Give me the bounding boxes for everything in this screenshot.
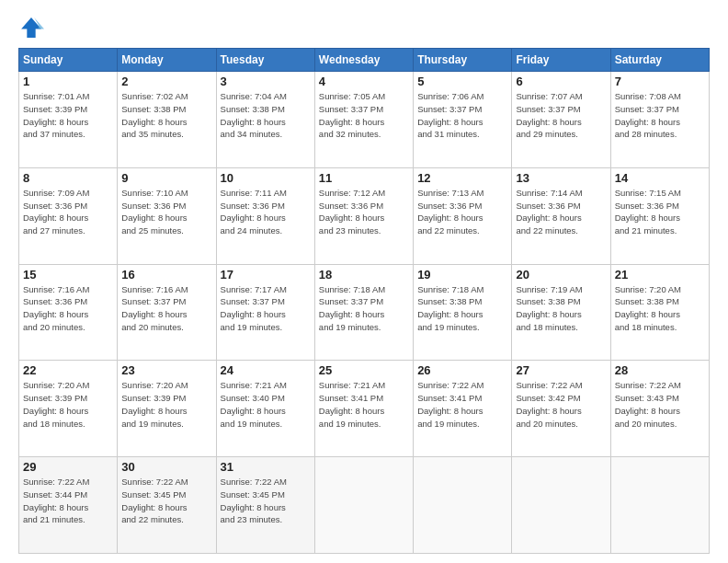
- day-number: 3: [221, 75, 311, 88]
- calendar-cell: 29Sunrise: 7:22 AM Sunset: 3:44 PM Dayli…: [19, 457, 118, 554]
- day-info: Sunrise: 7:22 AM Sunset: 3:44 PM Dayligh…: [23, 476, 113, 526]
- day-info: Sunrise: 7:10 AM Sunset: 3:36 PM Dayligh…: [121, 187, 211, 237]
- day-number: 28: [615, 363, 705, 377]
- weekday-header-thursday: Thursday: [414, 49, 512, 72]
- day-number: 8: [23, 171, 113, 185]
- weekday-header-tuesday: Tuesday: [216, 49, 314, 72]
- day-number: 31: [221, 460, 311, 474]
- day-info: Sunrise: 7:14 AM Sunset: 3:36 PM Dayligh…: [516, 187, 606, 237]
- calendar-cell: 12Sunrise: 7:13 AM Sunset: 3:36 PM Dayli…: [414, 167, 512, 264]
- day-number: 18: [319, 268, 409, 282]
- calendar-cell: 2Sunrise: 7:02 AM Sunset: 3:38 PM Daylig…: [118, 72, 216, 168]
- calendar-cell: 18Sunrise: 7:18 AM Sunset: 3:37 PM Dayli…: [314, 264, 413, 361]
- day-number: 19: [417, 268, 507, 282]
- calendar-cell: [512, 457, 610, 554]
- day-info: Sunrise: 7:02 AM Sunset: 3:38 PM Dayligh…: [121, 90, 211, 141]
- day-info: Sunrise: 7:22 AM Sunset: 3:41 PM Dayligh…: [417, 379, 507, 430]
- day-number: 12: [417, 171, 507, 185]
- day-number: 15: [23, 268, 113, 282]
- day-number: 16: [121, 268, 211, 282]
- day-info: Sunrise: 7:18 AM Sunset: 3:37 PM Dayligh…: [319, 283, 409, 334]
- calendar-cell: 16Sunrise: 7:16 AM Sunset: 3:37 PM Dayli…: [118, 264, 216, 361]
- day-info: Sunrise: 7:21 AM Sunset: 3:41 PM Dayligh…: [319, 379, 409, 430]
- weekday-header-monday: Monday: [118, 49, 216, 72]
- calendar-cell: 13Sunrise: 7:14 AM Sunset: 3:36 PM Dayli…: [512, 167, 610, 264]
- day-info: Sunrise: 7:20 AM Sunset: 3:38 PM Dayligh…: [615, 283, 705, 334]
- week-row-2: 8Sunrise: 7:09 AM Sunset: 3:36 PM Daylig…: [19, 167, 710, 264]
- day-info: Sunrise: 7:08 AM Sunset: 3:37 PM Dayligh…: [615, 90, 705, 141]
- calendar-cell: 20Sunrise: 7:19 AM Sunset: 3:38 PM Dayli…: [512, 264, 610, 361]
- day-number: 30: [121, 460, 211, 474]
- day-number: 11: [319, 171, 409, 185]
- day-info: Sunrise: 7:19 AM Sunset: 3:38 PM Dayligh…: [516, 283, 606, 334]
- day-number: 17: [221, 268, 311, 282]
- day-info: Sunrise: 7:22 AM Sunset: 3:45 PM Dayligh…: [121, 476, 211, 526]
- calendar-cell: [414, 457, 512, 554]
- calendar-cell: 26Sunrise: 7:22 AM Sunset: 3:41 PM Dayli…: [414, 361, 512, 457]
- calendar-cell: 14Sunrise: 7:15 AM Sunset: 3:36 PM Dayli…: [610, 167, 709, 264]
- day-number: 20: [516, 268, 606, 282]
- day-info: Sunrise: 7:22 AM Sunset: 3:45 PM Dayligh…: [221, 476, 311, 526]
- weekday-header-friday: Friday: [512, 49, 610, 72]
- week-row-3: 15Sunrise: 7:16 AM Sunset: 3:36 PM Dayli…: [19, 264, 710, 361]
- day-info: Sunrise: 7:21 AM Sunset: 3:40 PM Dayligh…: [221, 379, 311, 430]
- day-info: Sunrise: 7:22 AM Sunset: 3:43 PM Dayligh…: [615, 379, 705, 430]
- day-info: Sunrise: 7:20 AM Sunset: 3:39 PM Dayligh…: [121, 379, 211, 430]
- day-info: Sunrise: 7:07 AM Sunset: 3:37 PM Dayligh…: [516, 90, 606, 141]
- day-number: 26: [417, 363, 507, 377]
- day-number: 7: [615, 75, 705, 88]
- week-row-4: 22Sunrise: 7:20 AM Sunset: 3:39 PM Dayli…: [19, 361, 710, 457]
- day-number: 25: [319, 363, 409, 377]
- weekday-header-wednesday: Wednesday: [314, 49, 413, 72]
- calendar-cell: 22Sunrise: 7:20 AM Sunset: 3:39 PM Dayli…: [19, 361, 118, 457]
- week-row-5: 29Sunrise: 7:22 AM Sunset: 3:44 PM Dayli…: [19, 457, 710, 554]
- logo-icon: [18, 15, 44, 40]
- day-number: 29: [23, 460, 113, 474]
- day-info: Sunrise: 7:06 AM Sunset: 3:37 PM Dayligh…: [417, 90, 507, 141]
- calendar-cell: 4Sunrise: 7:05 AM Sunset: 3:37 PM Daylig…: [314, 72, 413, 168]
- calendar-cell: 1Sunrise: 7:01 AM Sunset: 3:39 PM Daylig…: [19, 72, 118, 168]
- day-info: Sunrise: 7:22 AM Sunset: 3:42 PM Dayligh…: [516, 379, 606, 430]
- calendar-cell: 17Sunrise: 7:17 AM Sunset: 3:37 PM Dayli…: [216, 264, 314, 361]
- calendar-cell: 8Sunrise: 7:09 AM Sunset: 3:36 PM Daylig…: [19, 167, 118, 264]
- weekday-header-saturday: Saturday: [610, 49, 709, 72]
- day-info: Sunrise: 7:17 AM Sunset: 3:37 PM Dayligh…: [221, 283, 311, 334]
- calendar-cell: 21Sunrise: 7:20 AM Sunset: 3:38 PM Dayli…: [610, 264, 709, 361]
- day-number: 5: [417, 75, 507, 88]
- logo: [18, 15, 48, 40]
- calendar-cell: 5Sunrise: 7:06 AM Sunset: 3:37 PM Daylig…: [414, 72, 512, 168]
- calendar-cell: 3Sunrise: 7:04 AM Sunset: 3:38 PM Daylig…: [216, 72, 314, 168]
- calendar-cell: 23Sunrise: 7:20 AM Sunset: 3:39 PM Dayli…: [118, 361, 216, 457]
- day-number: 1: [23, 75, 113, 88]
- calendar-cell: [610, 457, 709, 554]
- calendar-cell: 11Sunrise: 7:12 AM Sunset: 3:36 PM Dayli…: [314, 167, 413, 264]
- day-info: Sunrise: 7:20 AM Sunset: 3:39 PM Dayligh…: [23, 379, 113, 430]
- day-number: 21: [615, 268, 705, 282]
- calendar-cell: 25Sunrise: 7:21 AM Sunset: 3:41 PM Dayli…: [314, 361, 413, 457]
- day-info: Sunrise: 7:16 AM Sunset: 3:37 PM Dayligh…: [121, 283, 211, 334]
- week-row-1: 1Sunrise: 7:01 AM Sunset: 3:39 PM Daylig…: [19, 72, 710, 168]
- page: SundayMondayTuesdayWednesdayThursdayFrid…: [0, 0, 728, 563]
- day-info: Sunrise: 7:09 AM Sunset: 3:36 PM Dayligh…: [23, 187, 113, 237]
- day-info: Sunrise: 7:15 AM Sunset: 3:36 PM Dayligh…: [615, 187, 705, 237]
- calendar-cell: 10Sunrise: 7:11 AM Sunset: 3:36 PM Dayli…: [216, 167, 314, 264]
- day-info: Sunrise: 7:01 AM Sunset: 3:39 PM Dayligh…: [23, 90, 113, 141]
- day-info: Sunrise: 7:11 AM Sunset: 3:36 PM Dayligh…: [221, 187, 311, 237]
- day-info: Sunrise: 7:18 AM Sunset: 3:38 PM Dayligh…: [417, 283, 507, 334]
- day-number: 24: [221, 363, 311, 377]
- calendar-cell: 27Sunrise: 7:22 AM Sunset: 3:42 PM Dayli…: [512, 361, 610, 457]
- calendar-cell: 15Sunrise: 7:16 AM Sunset: 3:36 PM Dayli…: [19, 264, 118, 361]
- calendar-cell: 9Sunrise: 7:10 AM Sunset: 3:36 PM Daylig…: [118, 167, 216, 264]
- day-info: Sunrise: 7:13 AM Sunset: 3:36 PM Dayligh…: [417, 187, 507, 237]
- weekday-header-sunday: Sunday: [19, 49, 118, 72]
- svg-marker-0: [21, 17, 41, 38]
- day-number: 22: [23, 363, 113, 377]
- calendar-cell: 30Sunrise: 7:22 AM Sunset: 3:45 PM Dayli…: [118, 457, 216, 554]
- day-number: 23: [121, 363, 211, 377]
- day-number: 9: [121, 171, 211, 185]
- header: [18, 15, 710, 40]
- day-number: 10: [221, 171, 311, 185]
- calendar-cell: [314, 457, 413, 554]
- calendar-cell: 6Sunrise: 7:07 AM Sunset: 3:37 PM Daylig…: [512, 72, 610, 168]
- day-number: 2: [121, 75, 211, 88]
